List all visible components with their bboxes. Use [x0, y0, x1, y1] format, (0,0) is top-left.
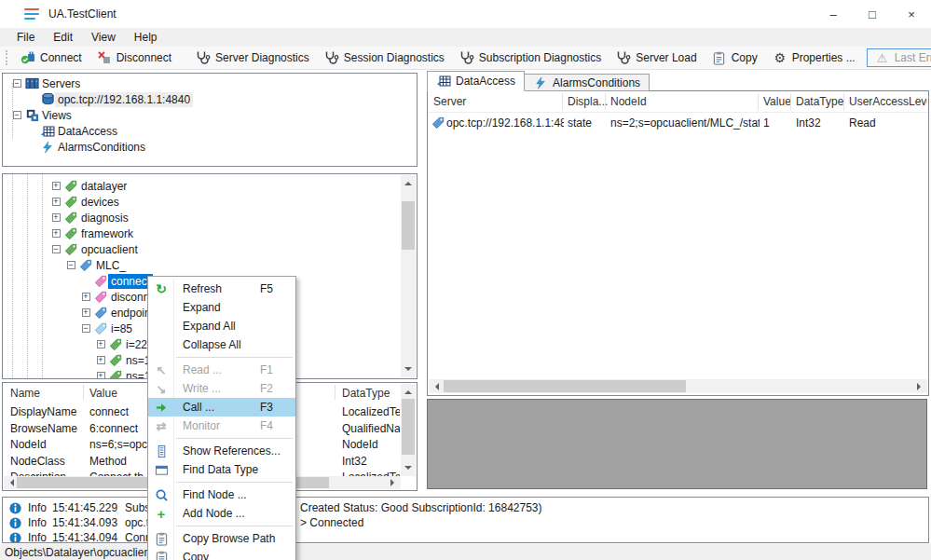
attr-column-header-name[interactable]: Name [10, 387, 81, 400]
server-db-icon [40, 92, 55, 107]
status-bar: Objects\Datalayer\opcuaclient\ [0, 544, 931, 560]
column-separator [83, 385, 84, 400]
disconnect-icon [97, 50, 112, 65]
menu-item-label: Call ... [183, 401, 214, 414]
log-row[interactable]: Info15:41:34.093opc.tcp: [7, 515, 164, 530]
table-cell-useraccesslevel: Read [849, 114, 927, 132]
scroll-down-icon[interactable] [404, 466, 412, 473]
scroll-right-icon[interactable] [390, 479, 398, 486]
context-menu-item-add-node[interactable]: +Add Node ... [148, 504, 295, 523]
table-column-header-nodeid[interactable]: NodeId [610, 91, 760, 112]
copy-icon [154, 550, 169, 560]
connect-icon [21, 50, 35, 65]
expander-plus[interactable]: + [78, 308, 93, 317]
tree-item-dataaccess[interactable]: DataAccess [4, 123, 416, 139]
scroll-up-icon[interactable] [404, 387, 412, 394]
maximize-button[interactable]: □ [853, 0, 892, 28]
tree-item-devices[interactable]: +devices [4, 194, 416, 210]
tree-item-framework[interactable]: +framework [4, 225, 416, 241]
scroll-left-icon[interactable] [7, 479, 14, 486]
expander-plus[interactable]: + [93, 356, 108, 364]
expander-plus[interactable]: + [48, 198, 63, 206]
toolbar-label: Server Diagnostics [215, 51, 309, 64]
context-menu-item-expand-all[interactable]: Expand All [148, 317, 295, 335]
table-column-header-useraccesslevel[interactable]: UserAccessLevel [849, 91, 927, 112]
menu-view[interactable]: View [82, 29, 125, 46]
expander-plus[interactable]: + [93, 340, 108, 348]
toolbar-subscription-diagnostics-button[interactable]: Subscription Diagnostics [452, 48, 609, 67]
context-menu-item-find-data-type[interactable]: Find Data Type [148, 460, 295, 479]
context-menu-item-write[interactable]: ↘Write ...F2 [148, 379, 295, 398]
attr-column-header-value[interactable]: Value [89, 387, 145, 400]
close-button[interactable]: × [892, 0, 931, 28]
menu-separator [176, 357, 293, 358]
table-column-header-displa[interactable]: Displa... [568, 91, 609, 112]
toolbar-properties-button[interactable]: ⚙Properties ... [765, 48, 863, 67]
views-icon [24, 108, 39, 123]
log-message-right: Created Status: Good SubscriptionId: 168… [300, 501, 542, 514]
menu-item-shortcut: F1 [260, 363, 273, 376]
context-menu-item-call[interactable]: Call ...F3 [148, 398, 295, 417]
menu-item-label: Collapse All [183, 338, 241, 351]
tab-alarmsconditions[interactable]: AlarmsConditions [525, 74, 650, 91]
tree-item-label: AlarmsConditions [55, 140, 148, 155]
context-menu-item-expand[interactable]: Expand [148, 298, 295, 317]
menu-separator [176, 482, 293, 483]
toolbar-disconnect-button[interactable]: Disconnect [89, 48, 179, 67]
toolbar-last-error-button[interactable]: ⚠Last Error [867, 48, 931, 67]
expander-minus[interactable]: − [78, 324, 93, 333]
tree-item-diagnosis[interactable]: +diagnosis [4, 210, 416, 225]
expander-plus[interactable]: + [48, 182, 63, 190]
context-menu-item-collapse-all[interactable]: Collapse All [148, 335, 295, 354]
expander-minus[interactable]: − [48, 245, 63, 253]
context-menu-item-find-node[interactable]: Find Node ... [148, 485, 295, 504]
expander-minus[interactable]: − [63, 261, 78, 269]
toolbar-connect-button[interactable]: Connect [13, 48, 89, 67]
window-title: UA.TestClient [48, 7, 116, 20]
tree-item-opcuaclient[interactable]: −opcuaclient [4, 241, 416, 257]
tab-dataaccess[interactable]: DataAccess [427, 71, 525, 91]
toolbar-copy-button[interactable]: Copy [705, 48, 765, 67]
context-menu-item-copy-browse-path[interactable]: Copy Browse Path [148, 529, 295, 548]
menu-edit[interactable]: Edit [44, 29, 82, 46]
minimize-button[interactable]: – [814, 0, 853, 28]
scroll-left-icon[interactable] [431, 383, 439, 390]
attr-row-datatype: LocalizedText [342, 405, 400, 418]
expander-plus[interactable]: + [93, 372, 108, 379]
context-menu-item-read[interactable]: ↖Read ...F1 [148, 361, 295, 379]
scroll-down-icon[interactable] [404, 367, 412, 375]
table-column-header-datatype[interactable]: DataType [796, 91, 847, 112]
tree-item-mlc[interactable]: −MLC_ [4, 257, 416, 273]
expander-plus[interactable]: + [78, 293, 93, 301]
menu-separator [176, 438, 293, 439]
menu-file[interactable]: File [7, 29, 44, 46]
table-column-header-server[interactable]: Server [433, 91, 564, 112]
log-row[interactable]: Info15:41:34.094Conne [7, 530, 157, 543]
table-cell-server: opc.tcp://192.168.1.1:4840 [446, 114, 564, 132]
info-icon [7, 515, 22, 530]
log-message-right: > Connected [300, 516, 363, 529]
expander-plus[interactable]: + [48, 213, 63, 222]
tree-item-views[interactable]: −Views [4, 107, 416, 123]
tree-item-label: opcuaclient [78, 242, 141, 257]
toolbar-session-diagnostics-button[interactable]: Session Diagnostics [317, 48, 452, 67]
scrollbar-thumb[interactable] [402, 201, 415, 250]
attr-column-header-datatype[interactable]: DataType [342, 387, 400, 400]
context-menu-item-copy[interactable]: Copy [148, 548, 295, 560]
scroll-up-icon[interactable] [404, 178, 412, 185]
expander-plus[interactable]: + [48, 229, 63, 238]
tree-item-servers[interactable]: −Servers [4, 75, 416, 91]
log-row[interactable]: Info15:41:45.229Subscrip [7, 500, 169, 515]
context-menu-item-show-references[interactable]: Show References... [148, 442, 295, 460]
context-menu-item-monitor[interactable]: ⇄MonitorF4 [148, 417, 295, 435]
tree-item-datalayer[interactable]: +datalayer [4, 178, 416, 194]
menu-help[interactable]: Help [125, 29, 167, 46]
context-menu-item-refresh[interactable]: ↻RefreshF5 [148, 280, 295, 298]
tree-item-alarmsconditions[interactable]: AlarmsConditions [4, 139, 416, 155]
scrollbar-thumb[interactable] [402, 399, 415, 455]
scroll-right-icon[interactable] [917, 383, 924, 390]
toolbar-server-load-button[interactable]: Server Load [609, 48, 704, 67]
tree-item-opc-tcp-192-168-1-1-4840[interactable]: opc.tcp://192.168.1.1:4840 [4, 91, 416, 107]
toolbar-server-diagnostics-button[interactable]: Server Diagnostics [188, 48, 317, 67]
scrollbar-thumb[interactable] [444, 380, 686, 392]
